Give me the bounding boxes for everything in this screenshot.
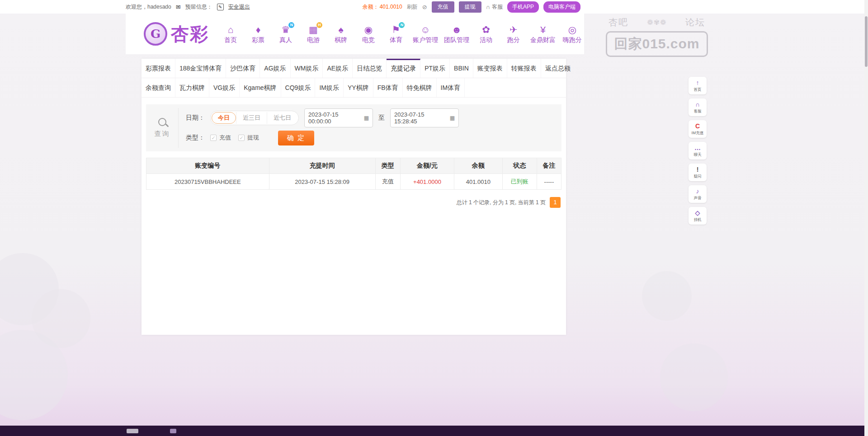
to-label: 至: [378, 114, 385, 122]
tab[interactable]: FB体育: [373, 78, 403, 97]
tab[interactable]: WM娱乐: [291, 59, 323, 78]
side-item-label: 挂机: [690, 217, 705, 222]
brand-name[interactable]: 杏彩: [171, 22, 209, 47]
logout-link[interactable]: 安全退出: [228, 3, 250, 11]
type-option-label: 提现: [247, 134, 259, 142]
nav-item-team[interactable]: ☻团队管理: [444, 24, 469, 44]
tab[interactable]: 特免棋牌: [403, 78, 437, 97]
deposit-button[interactable]: 充值: [432, 1, 454, 13]
tab[interactable]: 188金宝博体育: [175, 59, 226, 78]
balance: 余额：401.0010: [363, 3, 402, 11]
nav-item-paofen[interactable]: ✈跑分: [503, 24, 524, 44]
tab[interactable]: BBIN: [450, 59, 473, 78]
site-logo[interactable]: G: [144, 22, 167, 46]
scrollbar[interactable]: [864, 0, 868, 436]
footer-mark: [127, 429, 138, 433]
side-item-im-recharge[interactable]: CIM充值: [689, 120, 707, 138]
nav-item-chess[interactable]: ♠棋牌: [330, 24, 352, 44]
tab[interactable]: CQ9娱乐: [281, 78, 316, 97]
tab[interactable]: AG娱乐: [260, 59, 290, 78]
tab[interactable]: IM体育: [437, 78, 465, 97]
reserved-info-label: 预留信息：: [185, 3, 212, 11]
mail-icon[interactable]: ✉: [176, 4, 181, 10]
nav-item-label: 账户管理: [413, 36, 438, 44]
type-option[interactable]: ✓提现: [238, 134, 259, 142]
tab[interactable]: 返点总额: [541, 59, 575, 78]
table-header-cell: 状态: [502, 158, 537, 174]
balance-value: 401.0010: [380, 4, 402, 10]
tab[interactable]: PT娱乐: [420, 59, 450, 78]
side-item-question[interactable]: !疑问: [689, 164, 707, 181]
date-to-input[interactable]: 2023-07-15 15:28:45 ▦: [390, 108, 459, 127]
tab[interactable]: 账变报表: [473, 59, 507, 78]
table-cell: 充值: [375, 174, 400, 190]
date-preset[interactable]: 今日: [212, 112, 236, 124]
table-header-cell: 充提时间: [269, 158, 375, 174]
pagination-summary: 总计 1 个记录, 分为 1 页, 当前第 1 页: [457, 199, 546, 206]
tab[interactable]: YY棋牌: [344, 78, 373, 97]
table-header-cell: 类型: [375, 158, 400, 174]
service-link[interactable]: ∩客服: [486, 3, 503, 11]
refresh-link[interactable]: 刷新: [407, 3, 418, 11]
side-item-service[interactable]: ∩客服: [689, 98, 707, 116]
calendar-icon[interactable]: ▦: [364, 115, 369, 121]
date-to-value: 2023-07-15 15:28:45: [394, 111, 447, 125]
side-item-label: 客服: [690, 108, 705, 114]
nav-item-wealth[interactable]: ¥金鼎财富: [530, 24, 556, 44]
tab[interactable]: 充提记录: [387, 59, 420, 78]
side-item-label: IM充值: [690, 130, 705, 136]
main-nav: ⌂首页♦彩票♛N真人▦H电游♠棋牌◉电竞⚑N体育☺账户管理☻团队管理✿活动✈跑分…: [220, 24, 583, 44]
tab[interactable]: 彩票报表: [142, 59, 175, 78]
nav-item-account[interactable]: ☺账户管理: [413, 24, 438, 44]
type-option[interactable]: ✓充值: [210, 134, 231, 142]
nav-item-activity[interactable]: ✿活动: [475, 24, 497, 44]
side-item-sound[interactable]: ♪声音: [689, 185, 707, 203]
content-card: 彩票报表188金宝博体育沙巴体育AG娱乐WM娱乐AE娱乐日结总览充提记录PT娱乐…: [142, 59, 566, 335]
tab[interactable]: 余额查询: [142, 78, 175, 97]
tab[interactable]: Kgame棋牌: [240, 78, 281, 97]
tab[interactable]: 转账报表: [507, 59, 541, 78]
side-item-hangup[interactable]: ◇挂机: [689, 207, 707, 225]
tab[interactable]: 沙巴体育: [226, 59, 260, 78]
nav-item-home[interactable]: ⌂首页: [220, 24, 241, 44]
checkbox-icon[interactable]: ✓: [210, 135, 217, 141]
nav-item-esports[interactable]: ◉电竞: [358, 24, 379, 44]
edit-icon[interactable]: ✎: [217, 4, 224, 10]
tab[interactable]: AE娱乐: [323, 59, 353, 78]
tab[interactable]: 日结总览: [353, 59, 387, 78]
tab[interactable]: VG娱乐: [209, 78, 240, 97]
records-table: 账变编号充提时间类型金额/元余额状态备注 20230715VBBHAHDEEE2…: [146, 158, 561, 190]
date-preset[interactable]: 近三日: [236, 112, 267, 124]
nav-item-lottery[interactable]: ♦彩票: [247, 24, 269, 44]
page-button-1[interactable]: 1: [550, 197, 561, 208]
calendar-icon[interactable]: ▦: [450, 115, 455, 121]
nav-item-label: 活动: [475, 36, 497, 44]
pc-client-button[interactable]: 电脑客户端: [543, 1, 580, 13]
type-option-label: 充值: [219, 134, 231, 142]
scrollbar-thumb[interactable]: [865, 16, 868, 67]
nav-item-sports[interactable]: ⚑N体育: [385, 24, 407, 44]
tab[interactable]: 瓦力棋牌: [175, 78, 209, 97]
nav-item-hipaofen[interactable]: ◎嗨跑分: [561, 24, 583, 44]
withdraw-button[interactable]: 提现: [459, 1, 481, 13]
mobile-app-button[interactable]: 手机APP: [507, 1, 539, 13]
tab[interactable]: IM娱乐: [315, 78, 344, 97]
site-header: G 杏彩 ⌂首页♦彩票♛N真人▦H电游♠棋牌◉电竞⚑N体育☺账户管理☻团队管理✿…: [126, 14, 584, 54]
watermark-ornament: ❁✾❁: [647, 18, 666, 27]
date-preset[interactable]: 近七日: [267, 112, 297, 124]
date-from-input[interactable]: 2023-07-15 00:00:00 ▦: [304, 108, 373, 127]
confirm-button[interactable]: 确 定: [278, 131, 314, 145]
watermark-left-text: 杏吧: [609, 16, 628, 28]
eye-off-icon[interactable]: ⊘: [422, 4, 427, 10]
checkbox-icon[interactable]: ✓: [238, 135, 245, 141]
filter-type-row: 类型： ✓充值✓提现 确 定: [186, 128, 554, 148]
side-item-chat[interactable]: …聊天: [689, 142, 707, 159]
table-header-cell: 账变编号: [146, 158, 269, 174]
nav-item-live[interactable]: ♛N真人: [275, 24, 297, 44]
footer-mark: [170, 429, 176, 433]
table-cell: 20230715VBBHAHDEEE: [146, 174, 269, 190]
chat-icon: …: [689, 144, 706, 151]
nav-item-egames[interactable]: ▦H电游: [302, 24, 324, 44]
side-item-home[interactable]: ↑首页: [689, 77, 707, 94]
topbar-inner: 欢迎您，hadesado ✉ 预留信息： ✎ 安全退出 余额：401.0010 …: [126, 0, 580, 14]
